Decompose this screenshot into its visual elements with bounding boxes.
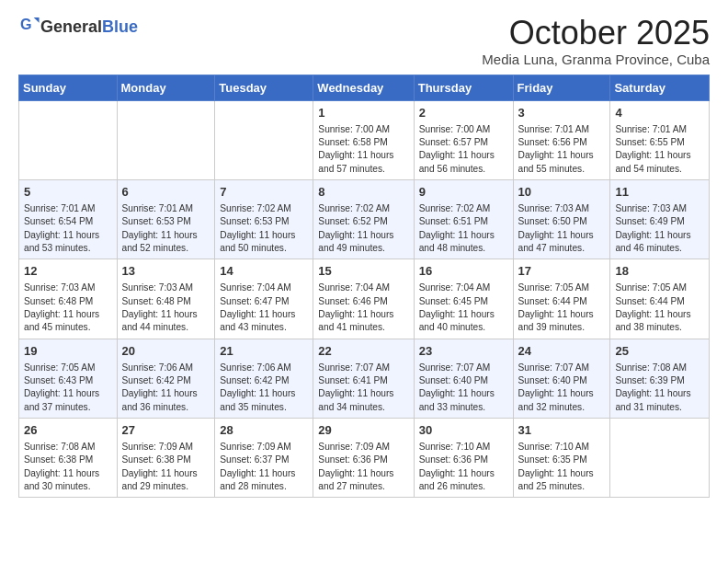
- calendar-cell: 21Sunrise: 7:06 AMSunset: 6:42 PMDayligh…: [215, 339, 313, 418]
- cell-content: Sunrise: 7:07 AMSunset: 6:40 PMDaylight:…: [518, 362, 606, 414]
- calendar-cell: 12Sunrise: 7:03 AMSunset: 6:48 PMDayligh…: [19, 259, 118, 339]
- cell-content: Sunrise: 7:08 AMSunset: 6:38 PMDaylight:…: [24, 441, 112, 493]
- day-number: 9: [419, 184, 508, 201]
- calendar-cell: 7Sunrise: 7:02 AMSunset: 6:53 PMDaylight…: [215, 179, 313, 259]
- logo-text: GeneralBlue: [40, 17, 138, 37]
- day-number: 25: [615, 343, 704, 360]
- calendar-cell: 14Sunrise: 7:04 AMSunset: 6:47 PMDayligh…: [215, 259, 313, 339]
- day-header-wednesday: Wednesday: [313, 75, 414, 100]
- day-number: 26: [24, 422, 112, 439]
- calendar-cell: [215, 100, 313, 179]
- calendar-cell: 18Sunrise: 7:05 AMSunset: 6:44 PMDayligh…: [610, 259, 710, 339]
- cell-content: Sunrise: 7:03 AMSunset: 6:50 PMDaylight:…: [518, 202, 606, 255]
- calendar-cell: 9Sunrise: 7:02 AMSunset: 6:51 PMDaylight…: [414, 179, 513, 259]
- day-number: 4: [615, 105, 704, 121]
- calendar-cell: 4Sunrise: 7:01 AMSunset: 6:55 PMDaylight…: [610, 100, 710, 179]
- location-title: Media Luna, Granma Province, Cuba: [482, 52, 710, 67]
- day-header-tuesday: Tuesday: [215, 75, 313, 100]
- day-number: 2: [419, 105, 508, 121]
- calendar-cell: [19, 100, 118, 179]
- day-number: 18: [615, 263, 704, 280]
- cell-content: Sunrise: 7:04 AMSunset: 6:47 PMDaylight:…: [220, 282, 308, 334]
- calendar-cell: 6Sunrise: 7:01 AMSunset: 6:53 PMDaylight…: [117, 179, 215, 259]
- week-row-3: 12Sunrise: 7:03 AMSunset: 6:48 PMDayligh…: [19, 259, 710, 339]
- cell-content: Sunrise: 7:02 AMSunset: 6:51 PMDaylight:…: [419, 202, 508, 255]
- day-number: 7: [220, 184, 308, 201]
- day-number: 28: [220, 422, 308, 439]
- calendar-cell: 27Sunrise: 7:09 AMSunset: 6:38 PMDayligh…: [117, 418, 215, 497]
- cell-content: Sunrise: 7:04 AMSunset: 6:46 PMDaylight:…: [318, 282, 408, 334]
- day-number: 22: [318, 343, 408, 360]
- cell-content: Sunrise: 7:05 AMSunset: 6:44 PMDaylight:…: [518, 282, 606, 334]
- calendar-cell: 31Sunrise: 7:10 AMSunset: 6:35 PMDayligh…: [513, 418, 610, 497]
- calendar-cell: 25Sunrise: 7:08 AMSunset: 6:39 PMDayligh…: [610, 339, 710, 418]
- cell-content: Sunrise: 7:02 AMSunset: 6:52 PMDaylight:…: [318, 202, 408, 255]
- cell-content: Sunrise: 7:10 AMSunset: 6:35 PMDaylight:…: [518, 441, 606, 493]
- day-number: 8: [318, 184, 408, 201]
- day-number: 1: [318, 105, 408, 121]
- cell-content: Sunrise: 7:01 AMSunset: 6:56 PMDaylight:…: [518, 123, 606, 176]
- calendar-cell: 2Sunrise: 7:00 AMSunset: 6:57 PMDaylight…: [414, 100, 513, 179]
- cell-content: Sunrise: 7:06 AMSunset: 6:42 PMDaylight:…: [220, 362, 308, 414]
- page-header: G GeneralBlue October 2025 Media Luna, G…: [18, 15, 710, 67]
- day-number: 23: [419, 343, 508, 360]
- calendar-cell: 15Sunrise: 7:04 AMSunset: 6:46 PMDayligh…: [313, 259, 414, 339]
- title-section: October 2025 Media Luna, Granma Province…: [482, 15, 710, 67]
- day-header-saturday: Saturday: [610, 75, 710, 100]
- week-row-2: 5Sunrise: 7:01 AMSunset: 6:54 PMDaylight…: [19, 179, 710, 259]
- day-number: 19: [24, 343, 112, 360]
- day-number: 16: [419, 263, 508, 280]
- svg-text:G: G: [20, 16, 32, 32]
- calendar-cell: 28Sunrise: 7:09 AMSunset: 6:37 PMDayligh…: [215, 418, 313, 497]
- month-title: October 2025: [482, 15, 710, 52]
- cell-content: Sunrise: 7:08 AMSunset: 6:39 PMDaylight:…: [615, 362, 704, 414]
- cell-content: Sunrise: 7:02 AMSunset: 6:53 PMDaylight:…: [220, 202, 308, 255]
- calendar-cell: 8Sunrise: 7:02 AMSunset: 6:52 PMDaylight…: [313, 179, 414, 259]
- day-number: 17: [518, 263, 606, 280]
- calendar-cell: 16Sunrise: 7:04 AMSunset: 6:45 PMDayligh…: [414, 259, 513, 339]
- calendar-body: 1Sunrise: 7:00 AMSunset: 6:58 PMDaylight…: [19, 100, 710, 498]
- calendar-cell: [117, 100, 215, 179]
- cell-content: Sunrise: 7:01 AMSunset: 6:55 PMDaylight:…: [615, 123, 704, 176]
- week-row-1: 1Sunrise: 7:00 AMSunset: 6:58 PMDaylight…: [19, 100, 710, 179]
- day-number: 12: [24, 263, 112, 280]
- day-number: 24: [518, 343, 606, 360]
- day-number: 5: [24, 184, 112, 201]
- day-number: 13: [122, 263, 210, 280]
- week-row-4: 19Sunrise: 7:05 AMSunset: 6:43 PMDayligh…: [19, 339, 710, 418]
- calendar-cell: 24Sunrise: 7:07 AMSunset: 6:40 PMDayligh…: [513, 339, 610, 418]
- cell-content: Sunrise: 7:09 AMSunset: 6:36 PMDaylight:…: [318, 441, 408, 493]
- calendar-cell: 20Sunrise: 7:06 AMSunset: 6:42 PMDayligh…: [117, 339, 215, 418]
- calendar-cell: 1Sunrise: 7:00 AMSunset: 6:58 PMDaylight…: [313, 100, 414, 179]
- calendar-header-row: SundayMondayTuesdayWednesdayThursdayFrid…: [19, 75, 710, 100]
- calendar-cell: 13Sunrise: 7:03 AMSunset: 6:48 PMDayligh…: [117, 259, 215, 339]
- cell-content: Sunrise: 7:10 AMSunset: 6:36 PMDaylight:…: [419, 441, 508, 493]
- calendar-cell: 11Sunrise: 7:03 AMSunset: 6:49 PMDayligh…: [610, 179, 710, 259]
- calendar-cell: 30Sunrise: 7:10 AMSunset: 6:36 PMDayligh…: [414, 418, 513, 497]
- logo-image: G: [18, 15, 40, 39]
- cell-content: Sunrise: 7:03 AMSunset: 6:48 PMDaylight:…: [122, 282, 210, 334]
- cell-content: Sunrise: 7:01 AMSunset: 6:54 PMDaylight:…: [24, 202, 112, 255]
- day-number: 3: [518, 105, 606, 121]
- cell-content: Sunrise: 7:03 AMSunset: 6:49 PMDaylight:…: [615, 202, 704, 255]
- calendar-cell: 3Sunrise: 7:01 AMSunset: 6:56 PMDaylight…: [513, 100, 610, 179]
- calendar-cell: 22Sunrise: 7:07 AMSunset: 6:41 PMDayligh…: [313, 339, 414, 418]
- cell-content: Sunrise: 7:01 AMSunset: 6:53 PMDaylight:…: [122, 202, 210, 255]
- week-row-5: 26Sunrise: 7:08 AMSunset: 6:38 PMDayligh…: [19, 418, 710, 497]
- calendar-cell: [610, 418, 710, 497]
- day-header-sunday: Sunday: [19, 75, 118, 100]
- day-number: 27: [122, 422, 210, 439]
- calendar-cell: 10Sunrise: 7:03 AMSunset: 6:50 PMDayligh…: [513, 179, 610, 259]
- svg-marker-1: [34, 17, 40, 23]
- calendar-cell: 23Sunrise: 7:07 AMSunset: 6:40 PMDayligh…: [414, 339, 513, 418]
- calendar-cell: 19Sunrise: 7:05 AMSunset: 6:43 PMDayligh…: [19, 339, 118, 418]
- day-number: 14: [220, 263, 308, 280]
- cell-content: Sunrise: 7:00 AMSunset: 6:58 PMDaylight:…: [318, 123, 408, 176]
- calendar-cell: 5Sunrise: 7:01 AMSunset: 6:54 PMDaylight…: [19, 179, 118, 259]
- cell-content: Sunrise: 7:07 AMSunset: 6:40 PMDaylight:…: [419, 362, 508, 414]
- day-number: 10: [518, 184, 606, 201]
- day-number: 29: [318, 422, 408, 439]
- day-number: 6: [122, 184, 210, 201]
- cell-content: Sunrise: 7:06 AMSunset: 6:42 PMDaylight:…: [122, 362, 210, 414]
- day-number: 20: [122, 343, 210, 360]
